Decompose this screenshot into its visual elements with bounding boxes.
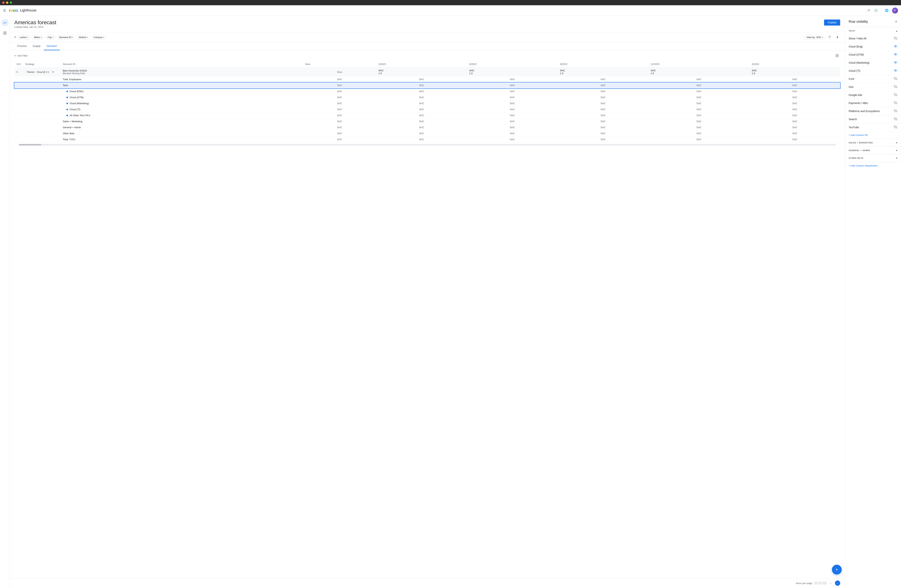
filter-chip-campus[interactable]: Campus ▾ — [91, 35, 106, 40]
table-row: General + Admin SHC SHC SHC SHC SHC SHC — [14, 125, 840, 131]
td-total-employees: Total: Employees — [61, 76, 303, 83]
filter-chip-metro-label: Metro — [34, 36, 40, 39]
refresh-icon[interactable]: ↺ — [866, 8, 871, 13]
eye-visible-icon[interactable] — [894, 53, 897, 57]
view-by-chip[interactable]: View by: SHC ▾ — [804, 35, 825, 40]
h-scroll-container — [14, 144, 840, 145]
sidebar-item-chart[interactable] — [1, 19, 9, 26]
svg-point-9 — [895, 46, 896, 47]
dot-cloud-eng — [67, 90, 68, 92]
filter-chip-metro[interactable]: Metro ▾ — [32, 35, 44, 40]
eye-off-icon[interactable] — [894, 117, 897, 121]
eye-off-icon[interactable] — [894, 101, 897, 105]
titlebar-fullscreen-dot[interactable] — [10, 2, 12, 4]
add-filter-icon: ≡ — [14, 54, 16, 57]
th-3-2023: 3/2023 — [376, 61, 467, 68]
planner-dropdown-icon[interactable]: ▾ — [52, 70, 54, 73]
right-panel-title: Row visibility — [849, 20, 868, 23]
chevron-down-icon: ▾ — [87, 36, 88, 38]
check-icon[interactable]: ✓ — [874, 8, 878, 13]
page-title-group: Americas forecast Loaded data: Jan 31, 2… — [14, 20, 56, 28]
td-other-bets: Other Bets — [61, 131, 303, 136]
td-planner: Planner - Cloud @ 2:1 ▾ — [23, 68, 61, 76]
chevron-down-icon: ▾ — [822, 36, 823, 38]
svg-point-11 — [895, 62, 896, 63]
th-9-2023: 9/2023 — [558, 61, 648, 68]
titlebar-close-dot[interactable] — [2, 2, 5, 4]
chevron-down-icon: ▾ — [103, 36, 104, 38]
svg-point-12 — [895, 70, 896, 71]
page-size-opt-2[interactable] — [818, 582, 822, 585]
tab-preview[interactable]: Preview — [14, 42, 30, 50]
section-header-general-admin[interactable]: GENERAL + ADMIN ▾ — [845, 147, 901, 154]
eye-off-icon[interactable] — [894, 109, 897, 113]
table-row: Sales + Marketing SHC SHC SHC SHC SHC SH… — [14, 119, 840, 125]
page-size-opt-1[interactable] — [814, 582, 817, 585]
add-filter-row[interactable]: ≡ Add Filter — [14, 50, 840, 61]
row-item-payments-nbu: Payments / NBU — [845, 99, 901, 107]
td-expand[interactable]: ▾ — [14, 68, 23, 76]
h-scroll-thumb — [19, 144, 41, 145]
eye-off-icon[interactable] — [894, 36, 897, 41]
table-row-tech: Tech SHC SHC SHC SHC SHC SHC — [14, 83, 840, 89]
google-ads-label: Google Ads — [849, 94, 862, 97]
eye-off-icon[interactable] — [894, 77, 897, 81]
download-icon-btn[interactable]: ⬇ — [834, 34, 840, 40]
row-item-core: Core — [845, 75, 901, 83]
filter-chip-city[interactable]: City ▾ — [45, 35, 55, 40]
topnav: ☰ rews Lighthouse ↺ ✓ 🌐 P — [0, 5, 901, 16]
sort-asc-icon: ↑ — [76, 63, 77, 66]
sidebar-item-layers[interactable] — [1, 29, 9, 37]
table-area: ≡ Add Filter G/S Strategy — [10, 50, 845, 578]
prev-page-button[interactable]: ‹ — [828, 580, 834, 586]
eye-visible-icon[interactable] — [894, 61, 897, 65]
row-item-cloud-gtm: Cloud (GTM) — [845, 51, 901, 59]
th-6-2023: 6/2023 — [467, 61, 558, 68]
filter-chip-latam[interactable]: LatAm ▾ — [17, 35, 30, 40]
add-filter-label: Add Filter — [17, 54, 28, 57]
h-scroll-bar[interactable] — [19, 144, 836, 145]
geo-label: Geo — [849, 86, 854, 89]
eye-off-icon[interactable] — [894, 85, 897, 89]
content-area: Americas forecast Loaded data: Jan 31, 2… — [10, 16, 845, 588]
section-header-other-bets[interactable]: OTHER BETS ▾ — [845, 154, 901, 162]
eye-visible-icon[interactable] — [894, 69, 897, 73]
page-size-opt-3[interactable] — [822, 582, 827, 585]
td-cloud-gtm: Cloud (GTM) — [61, 94, 303, 100]
tab-demand[interactable]: Demand — [44, 42, 60, 50]
filter-chip-latam-label: LatAm — [20, 36, 26, 39]
chevron-down-icon: ▾ — [72, 36, 73, 38]
add-custom-pa-button[interactable]: + Add Custom PA — [845, 131, 901, 139]
planner-badge: Planner - Cloud @ 2:1 — [25, 70, 51, 74]
avatar[interactable]: P — [892, 8, 898, 14]
clock-icon-btn[interactable]: ⏱ — [827, 34, 833, 40]
tab-supply[interactable]: Supply — [30, 42, 44, 50]
filter-chip-demand-id[interactable]: Demand ID ▾ — [57, 35, 75, 40]
fab-add-button[interactable]: + — [832, 565, 842, 574]
eye-off-icon[interactable] — [894, 125, 897, 129]
th-now: Now — [303, 61, 376, 68]
hamburger-icon[interactable]: ☰ — [3, 8, 6, 12]
sidebar — [0, 16, 10, 588]
eye-off-icon[interactable] — [894, 93, 897, 97]
th-strategy: Strategy — [23, 61, 61, 68]
tabs: Preview Supply Demand — [10, 42, 845, 50]
titlebar-minimize-dot[interactable] — [6, 2, 8, 4]
right-panel-close-button[interactable]: × — [895, 20, 897, 24]
publish-button[interactable]: Publish — [824, 20, 840, 25]
globe-icon[interactable]: 🌐 — [884, 8, 889, 13]
eye-visible-icon[interactable] — [894, 45, 897, 48]
row-item-show-hide-all: Show / Hide All — [845, 34, 901, 43]
logo: rews Lighthouse — [9, 8, 36, 13]
dot-cloud-ti — [67, 109, 68, 110]
td-all-other-tech: All Other Tech PA's — [61, 112, 303, 119]
filter-chip-district[interactable]: District ▾ — [76, 35, 90, 40]
td-cloud-eng: Cloud (ENG) — [61, 89, 303, 94]
add-custom-department-button[interactable]: + Add Custom Department — [845, 162, 901, 169]
next-page-button[interactable]: › — [835, 580, 840, 586]
section-general-admin: GENERAL + ADMIN ▾ — [845, 147, 901, 154]
section-header-sales-marketing[interactable]: SALES + MARKETING ▾ — [845, 139, 901, 147]
section-header-tech[interactable]: TECH ▴ — [845, 27, 901, 34]
grid-icon-btn[interactable] — [834, 53, 840, 59]
view-by-label: View by: SHC — [806, 36, 822, 39]
